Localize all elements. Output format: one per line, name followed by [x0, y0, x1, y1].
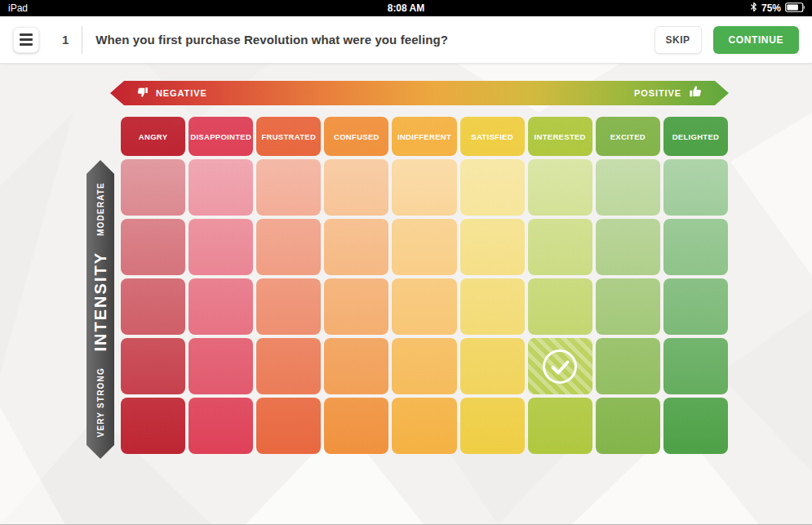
grid-cell-angry-row3[interactable] [121, 278, 185, 335]
intensity-axis-title: INTENSITY [91, 251, 110, 351]
menu-button[interactable] [13, 27, 39, 53]
grid-cell-satisfied-row1[interactable] [460, 159, 525, 216]
status-bar: iPad 8:08 AM 75% [0, 0, 812, 16]
column-header-angry: ANGRY [121, 117, 185, 156]
skip-button[interactable]: SKIP [654, 26, 702, 54]
intensity-bottom-label: VERY STRONG [96, 367, 105, 437]
column-header-disappointed: DISAPPOINTED [189, 117, 253, 156]
grid-cell-confused-row2[interactable] [324, 219, 388, 275]
grid-cell-angry-row1[interactable] [121, 159, 185, 216]
emotion-grid: ANGRYDISAPPOINTEDFRUSTRATEDCONFUSEDINDIF… [121, 117, 728, 454]
grid-cell-frustrated-row2[interactable] [256, 219, 321, 275]
grid-cell-angry-row4[interactable] [121, 338, 185, 394]
grid-cell-interested-row5[interactable] [528, 398, 592, 454]
intensity-top-label: MODERATE [96, 182, 105, 236]
grid-cell-frustrated-row3[interactable] [256, 278, 321, 335]
grid-cell-disappointed-row4[interactable] [189, 338, 253, 394]
grid-cell-angry-row5[interactable] [121, 398, 185, 454]
grid-cell-disappointed-row2[interactable] [189, 219, 253, 275]
grid-cell-indifferent-row2[interactable] [392, 219, 456, 275]
sentiment-scale-banner: NEGATIVE POSITIVE [110, 81, 729, 105]
column-header-interested: INTERESTED [528, 117, 592, 156]
intensity-axis: MODERATE INTENSITY VERY STRONG [87, 160, 114, 459]
grid-cell-frustrated-row1[interactable] [256, 159, 321, 216]
battery-icon [785, 2, 805, 15]
grid-cell-frustrated-row5[interactable] [256, 398, 321, 454]
grid-cell-confused-row1[interactable] [324, 159, 388, 216]
grid-cell-delighted-row3[interactable] [663, 278, 728, 335]
continue-button[interactable]: CONTINUE [713, 26, 799, 54]
grid-cell-satisfied-row4[interactable] [460, 338, 525, 394]
grid-cell-delighted-row4[interactable] [663, 338, 728, 394]
grid-cell-satisfied-row3[interactable] [460, 278, 525, 335]
grid-cell-delighted-row5[interactable] [663, 398, 728, 454]
grid-cell-angry-row2[interactable] [121, 219, 185, 275]
grid-cell-indifferent-row1[interactable] [392, 159, 456, 216]
survey-content: NEGATIVE POSITIVE MODERATE INTENSITY VER… [0, 64, 812, 525]
grid-cell-interested-row4[interactable] [528, 338, 592, 394]
grid-cell-satisfied-row5[interactable] [460, 398, 525, 454]
selected-check-icon [541, 348, 579, 385]
column-header-confused: CONFUSED [324, 117, 388, 156]
grid-cell-interested-row3[interactable] [528, 278, 592, 335]
column-header-delighted: DELIGHTED [663, 117, 728, 156]
grid-cell-interested-row2[interactable] [528, 219, 592, 275]
grid-cell-interested-row1[interactable] [528, 159, 592, 216]
clock: 8:08 AM [0, 2, 812, 14]
grid-cell-frustrated-row4[interactable] [256, 338, 321, 394]
grid-cell-excited-row5[interactable] [596, 398, 660, 454]
thumbs-up-icon [689, 85, 703, 102]
grid-cell-delighted-row2[interactable] [663, 219, 728, 275]
column-header-excited: EXCITED [596, 117, 660, 156]
divider [82, 26, 82, 54]
grid-cell-disappointed-row5[interactable] [189, 398, 253, 454]
column-header-satisfied: SATISFIED [460, 117, 525, 156]
grid-cell-disappointed-row1[interactable] [189, 159, 253, 216]
grid-cell-excited-row3[interactable] [596, 278, 660, 335]
grid-cell-confused-row3[interactable] [324, 278, 388, 335]
grid-cell-indifferent-row3[interactable] [392, 278, 456, 335]
grid-cell-excited-row2[interactable] [596, 219, 660, 275]
negative-label: NEGATIVE [156, 88, 207, 98]
hamburger-icon [20, 33, 33, 36]
column-header-indifferent: INDIFFERENT [392, 117, 456, 156]
question-number: 1 [62, 33, 69, 47]
grid-cell-indifferent-row4[interactable] [392, 338, 456, 394]
thumbs-down-icon [136, 86, 149, 101]
question-header: 1 When you first purchase Revolution wha… [0, 16, 812, 64]
grid-cell-excited-row1[interactable] [596, 159, 660, 216]
grid-cell-disappointed-row3[interactable] [189, 278, 253, 335]
grid-cell-delighted-row1[interactable] [663, 159, 728, 216]
battery-percent-label: 75% [761, 2, 781, 14]
positive-label: POSITIVE [634, 88, 681, 98]
grid-cell-satisfied-row2[interactable] [460, 219, 525, 275]
bluetooth-icon [750, 2, 757, 15]
column-header-frustrated: FRUSTRATED [256, 117, 321, 156]
question-text: When you first purchase Revolution what … [95, 33, 448, 47]
grid-cell-indifferent-row5[interactable] [392, 398, 456, 454]
grid-cell-excited-row4[interactable] [596, 338, 660, 394]
grid-cell-confused-row4[interactable] [324, 338, 388, 394]
grid-cell-confused-row5[interactable] [324, 398, 388, 454]
